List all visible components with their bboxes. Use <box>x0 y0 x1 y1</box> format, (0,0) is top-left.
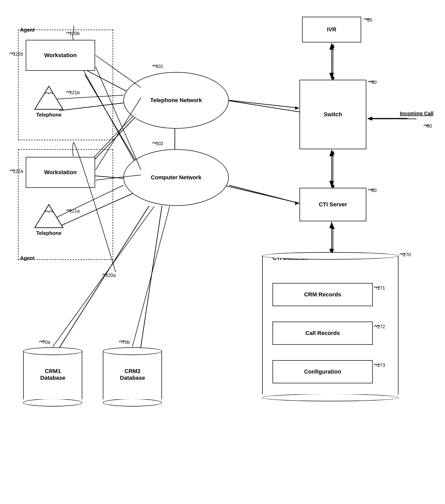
workstation-b-box: Workstation <box>26 40 95 71</box>
crm2-db-bottom <box>103 399 162 406</box>
wavy-120a <box>101 271 109 277</box>
cti-db-bottom <box>262 394 398 401</box>
telephone-b-label: Telephone <box>36 112 62 118</box>
svg-marker-26 <box>35 205 63 228</box>
svg-line-34 <box>229 185 299 203</box>
crm1-db-top <box>23 347 82 355</box>
svg-line-45 <box>132 206 170 347</box>
wavy-70b <box>118 338 125 343</box>
incoming-call-arrow <box>396 113 409 123</box>
configuration-box: Configuration <box>273 360 373 383</box>
svg-marker-19 <box>368 117 372 120</box>
wavy-272 <box>373 323 380 328</box>
svg-marker-4 <box>331 151 335 154</box>
svg-marker-35 <box>295 201 299 205</box>
wavy-270 <box>398 251 406 256</box>
call-records-box: Call Records <box>273 322 373 345</box>
svg-marker-37 <box>368 117 372 121</box>
wavy-102 <box>151 140 159 145</box>
telephone-a-label: Telephone <box>36 230 62 236</box>
wavy-122a <box>8 167 16 172</box>
diagram-container: IVR 85 Switch 90 Incoming Call 60 Teleph… <box>0 0 445 504</box>
svg-marker-7 <box>331 225 335 229</box>
telephone-a-icon <box>33 203 64 229</box>
workstation-a-box: Workstation <box>26 157 95 188</box>
agent-bottom-label: Agent <box>20 255 35 261</box>
wavy-120b <box>65 30 73 35</box>
wavy-121b <box>65 89 73 94</box>
svg-line-16 <box>139 206 162 360</box>
wavy-90 <box>367 78 375 84</box>
wavy-122b <box>8 50 16 55</box>
wavy-80 <box>367 187 375 192</box>
ivr-box: IVR <box>302 17 361 42</box>
wavy-70a <box>38 338 46 343</box>
svg-marker-33 <box>295 106 299 110</box>
crm1-db-bottom <box>23 399 82 406</box>
telephone-b-icon <box>33 85 64 111</box>
wavy-85 <box>362 16 370 21</box>
wavy-60 <box>422 122 430 127</box>
crm2-db-label: CRM2Database <box>107 368 158 381</box>
svg-marker-1 <box>331 44 335 48</box>
wavy-101 <box>151 63 159 68</box>
computer-network: Computer Network <box>123 149 229 206</box>
svg-line-9 <box>226 100 299 112</box>
svg-line-10 <box>224 185 299 203</box>
wavy-273 <box>373 361 380 367</box>
crm1-db-label: CRM1Database <box>28 368 78 381</box>
agent-top-label: Agent <box>20 27 35 33</box>
svg-line-32 <box>229 100 299 108</box>
switch-box: Switch <box>299 80 366 149</box>
telephone-network: Telephone Network <box>123 72 229 129</box>
crm2-db-top <box>103 347 162 355</box>
telephone-b: Telephone <box>33 85 64 118</box>
svg-marker-25 <box>35 86 63 109</box>
telephone-a: Telephone <box>33 203 64 236</box>
cti-server-box: CTI Server <box>299 188 366 221</box>
wavy-121a <box>65 207 73 212</box>
wavy-271 <box>373 284 380 289</box>
crm-records-box: CRM Records <box>273 283 373 306</box>
